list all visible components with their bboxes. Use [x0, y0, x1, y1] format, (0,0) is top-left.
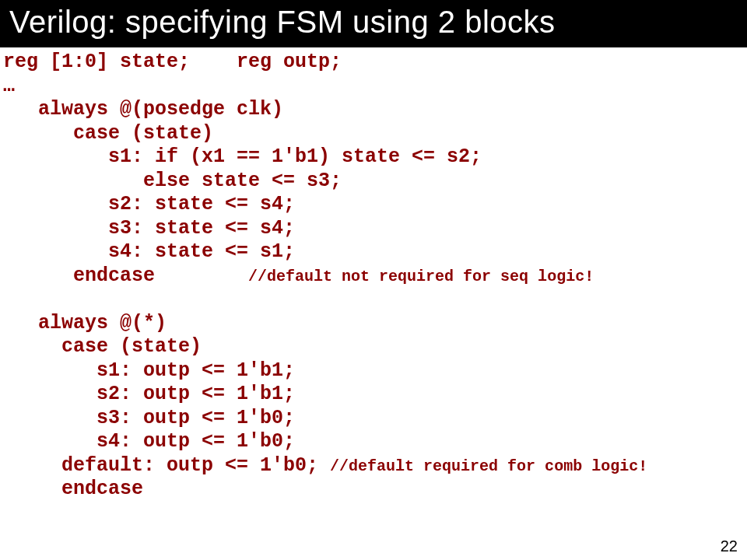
code-line: s3: outp <= 1'b0; — [3, 407, 295, 429]
code-line: always @(*) — [3, 312, 167, 334]
code-line: case (state) — [3, 122, 213, 145]
code-line: default: outp <= 1'b0; — [3, 454, 330, 477]
code-line: s4: state <= s1; — [3, 240, 295, 263]
code-comment: //default not required for seq logic! — [248, 268, 594, 285]
code-line: s1: if (x1 == 1'b1) state <= s2; — [3, 145, 482, 168]
code-line: s2: state <= s4; — [3, 193, 295, 215]
code-comment: //default required for comb logic! — [330, 457, 647, 475]
code-line: endcase — [3, 478, 143, 500]
code-block: reg [1:0] state; reg outp; … always @(po… — [0, 47, 747, 502]
code-line: s4: outp <= 1'b0; — [3, 430, 295, 453]
code-line: s1: outp <= 1'b1; — [3, 359, 295, 382]
code-line: s2: outp <= 1'b1; — [3, 383, 295, 405]
code-line: s3: state <= s4; — [3, 217, 295, 240]
code-line: reg [1:0] state; reg outp; — [3, 51, 342, 73]
page-number: 22 — [721, 537, 738, 555]
slide-title: Verilog: specifying FSM using 2 blocks — [0, 0, 747, 47]
code-line: … — [3, 75, 15, 97]
code-line: endcase — [3, 264, 248, 287]
code-line: always @(posedge clk) — [3, 98, 283, 121]
code-line: case (state) — [3, 335, 202, 358]
code-line: else state <= s3; — [3, 170, 342, 192]
